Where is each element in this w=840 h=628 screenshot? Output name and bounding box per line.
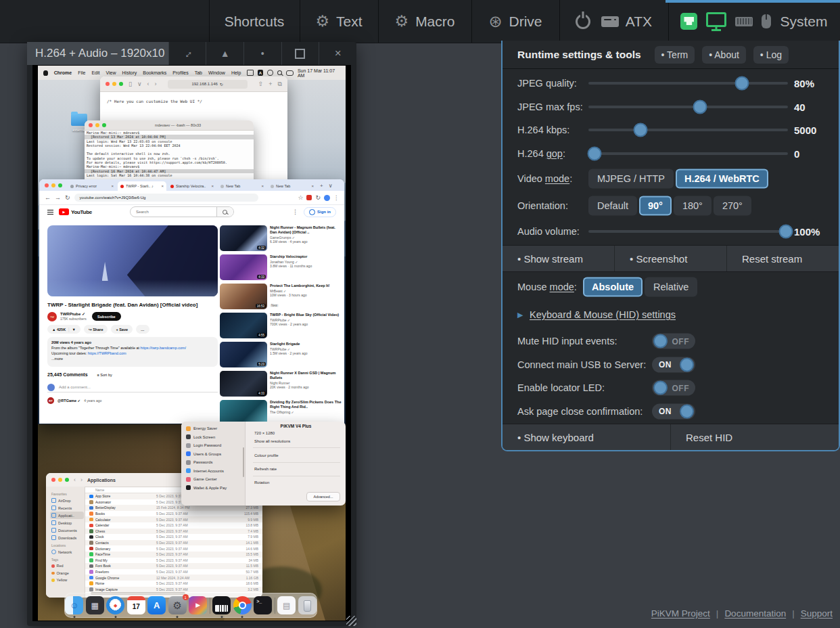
spotlight-icon[interactable] bbox=[277, 70, 282, 75]
dock-icon[interactable] bbox=[275, 598, 275, 614]
browser-tab[interactable]: Privacy error × bbox=[68, 181, 116, 191]
channel-name[interactable]: TWRPtube ✓ bbox=[60, 311, 85, 316]
window-opacity-button[interactable]: • bbox=[243, 42, 281, 65]
menubar-item[interactable]: Profiles bbox=[172, 70, 188, 75]
nav-system[interactable]: System bbox=[668, 0, 840, 43]
video-title[interactable]: Night Runner - Magnum Bullets (feat. Dan… bbox=[270, 225, 343, 234]
sort-by-button[interactable]: ≡ Sort by bbox=[97, 373, 112, 377]
slider-thumb[interactable] bbox=[693, 99, 707, 114]
slider-thumb[interactable] bbox=[735, 76, 749, 91]
video-title[interactable]: Dividing By Zero/Slim Pickens Does The R… bbox=[270, 400, 343, 409]
forward-icon[interactable]: → bbox=[55, 194, 61, 201]
video-thumbnail[interactable] bbox=[220, 400, 267, 424]
window-resize-handle[interactable] bbox=[346, 616, 356, 626]
panel-header-button[interactable]: • About bbox=[702, 46, 746, 64]
menubar-item[interactable]: Chrome bbox=[54, 70, 72, 75]
nav-macro[interactable]: ⚙ Macro bbox=[378, 0, 471, 43]
display-mirroring-icon[interactable] bbox=[247, 70, 254, 76]
video-channel[interactable]: The Offspring ✓ bbox=[270, 410, 343, 414]
sidebar-item[interactable]: Recents bbox=[50, 504, 84, 512]
stream-video-content[interactable]: ChromeFileEditViewHistoryBookmarksProfil… bbox=[32, 65, 351, 621]
dock-icon[interactable]: >_ bbox=[254, 596, 272, 614]
dock-icon[interactable]: ◆ bbox=[106, 596, 124, 614]
help-link[interactable]: gop bbox=[546, 148, 563, 159]
hid-settings-link[interactable]: Keyboard & Mouse (HID) settings bbox=[530, 309, 676, 320]
suggested-video[interactable]: 4:55 TWRP - Bright Blue Sky (Official Vi… bbox=[220, 313, 343, 338]
dock-icon[interactable] bbox=[212, 596, 231, 614]
tag-item[interactable]: Orange bbox=[50, 570, 85, 577]
hid-action-button[interactable]: • Show keyboard bbox=[503, 424, 671, 450]
settings-sidebar-item[interactable]: Login Password bbox=[181, 441, 245, 450]
sidebar-item[interactable]: Documents bbox=[50, 526, 84, 534]
file-row[interactable]: Calendar 5 Dec 2023, 9:37 AM 13.8 MB bbox=[85, 522, 262, 529]
forward-icon[interactable]: › bbox=[155, 81, 157, 87]
settings-row[interactable]: Colour profile bbox=[254, 453, 279, 457]
tab-close-icon[interactable]: × bbox=[161, 184, 164, 188]
settings-sidebar-item[interactable]: Energy Saver bbox=[181, 424, 245, 433]
slider-track[interactable] bbox=[588, 106, 788, 108]
file-row[interactable]: Image Capture 5 Dec 2023, 9:37 AM 3.2 MB bbox=[85, 587, 262, 593]
stream-action-button[interactable]: • Screenshot bbox=[615, 246, 727, 271]
dock-icon[interactable] bbox=[298, 596, 317, 614]
toggle-switch[interactable]: ON bbox=[652, 357, 695, 372]
chrome-menu-icon[interactable]: ⋮ bbox=[333, 195, 339, 201]
new-tab-button[interactable]: + bbox=[320, 183, 323, 189]
browser-tab[interactable]: New Tab × bbox=[268, 181, 317, 191]
tour-link[interactable]: https://TWRPband.com bbox=[88, 351, 126, 355]
settings-sidebar-item[interactable]: Game Center bbox=[181, 475, 245, 484]
panel-header-button[interactable]: • Log bbox=[753, 46, 789, 64]
status-icon[interactable] bbox=[267, 70, 273, 76]
more-options-icon[interactable]: ⋮ bbox=[292, 208, 298, 215]
like-button[interactable]: ▲ 425K│▼ bbox=[47, 325, 80, 334]
file-row[interactable]: Calculator 5 Dec 2023, 9:37 AM 9.9 MB bbox=[85, 516, 262, 522]
add-comment-field[interactable]: Add a comment... bbox=[47, 382, 218, 392]
footer-link-support[interactable]: Support bbox=[801, 608, 833, 619]
chevron-down-icon[interactable]: ∨ bbox=[137, 81, 142, 87]
video-title[interactable]: Night Runner X Danni GSD | Magnum Bullet… bbox=[270, 371, 343, 380]
show-all-resolutions[interactable]: Show all resolutions bbox=[254, 439, 290, 443]
orientation-option[interactable]: 180° bbox=[674, 196, 711, 216]
reload-icon[interactable]: ↻ bbox=[220, 82, 223, 87]
commenter-avatar[interactable]: RT bbox=[47, 397, 54, 404]
video-thumbnail[interactable]: 4:32 bbox=[220, 225, 267, 251]
sidebar-item-network[interactable]: Network bbox=[50, 548, 84, 556]
youtube-search-bar[interactable] bbox=[130, 206, 234, 217]
orientation-option[interactable]: Default bbox=[588, 196, 637, 216]
file-row[interactable]: Freeform 5 Dec 2023, 9:37 AM 50.7 MB bbox=[85, 569, 262, 575]
sidebar-item[interactable]: Downloads bbox=[50, 534, 84, 541]
signin-button[interactable]: Sign in bbox=[304, 207, 336, 217]
file-row[interactable]: Books 5 Dec 2023, 9:37 AM 115.4 MB bbox=[85, 511, 262, 517]
video-title[interactable]: TWRP - Bright Blue Sky (Official Video) bbox=[270, 313, 343, 317]
advanced-button[interactable]: Advanced... bbox=[306, 492, 340, 501]
dock-icon[interactable]: ☺ bbox=[65, 596, 83, 614]
tab-search-icon[interactable]: ∨ bbox=[329, 183, 333, 189]
suggested-video[interactable]: Dividing By Zero/Slim Pickens Does The R… bbox=[220, 400, 343, 424]
slider-track[interactable] bbox=[588, 82, 788, 85]
toggle-switch[interactable]: OFF bbox=[652, 380, 695, 396]
browser-tab[interactable]: New Tab × bbox=[218, 181, 266, 191]
sidebar-icon[interactable]: ▯ bbox=[129, 81, 132, 87]
file-row[interactable]: Clock 5 Dec 2023, 9:37 AM 7.9 MB bbox=[85, 534, 262, 540]
menubar-item[interactable]: View bbox=[106, 70, 116, 75]
file-row[interactable]: Contacts 5 Dec 2023, 9:37 AM 14.1 MB bbox=[85, 540, 262, 546]
file-row[interactable]: Home 5 Dec 2023, 9:37 AM 18.6 MB bbox=[85, 581, 262, 587]
toggle-knob[interactable] bbox=[653, 334, 668, 349]
menubar-item[interactable]: Help bbox=[231, 70, 241, 75]
file-row[interactable]: FaceTime 5 Dec 2023, 9:37 AM 15.5 MB bbox=[85, 552, 262, 558]
dock-icon[interactable]: ⚙ 1 bbox=[168, 596, 187, 614]
window-maximize-button[interactable] bbox=[281, 42, 319, 65]
back-icon[interactable]: ← bbox=[45, 194, 51, 201]
new-tab-icon[interactable]: + bbox=[269, 81, 272, 87]
traffic-lights[interactable] bbox=[45, 183, 62, 187]
bookmark-star-icon[interactable]: ☆ bbox=[298, 194, 303, 201]
youtube-logo[interactable]: ▶ YouTube bbox=[59, 208, 92, 215]
orientation-option[interactable]: 90° bbox=[639, 196, 672, 216]
hid-action-button[interactable]: Reset HID bbox=[671, 424, 839, 450]
back-icon[interactable]: ‹ bbox=[74, 476, 76, 483]
album-link[interactable]: https://twrp.bandcamp.com/ bbox=[141, 346, 187, 350]
file-row[interactable]: Google Chrome 12 Mar 2024, 3:24 AM 1.16 … bbox=[85, 575, 262, 581]
more-actions-button[interactable]: … bbox=[136, 325, 149, 334]
video-mode-option[interactable]: H.264 / WebRTC bbox=[676, 169, 768, 189]
scrollbar[interactable] bbox=[243, 447, 244, 477]
nav-drive[interactable]: ⊛ Drive bbox=[471, 0, 559, 43]
